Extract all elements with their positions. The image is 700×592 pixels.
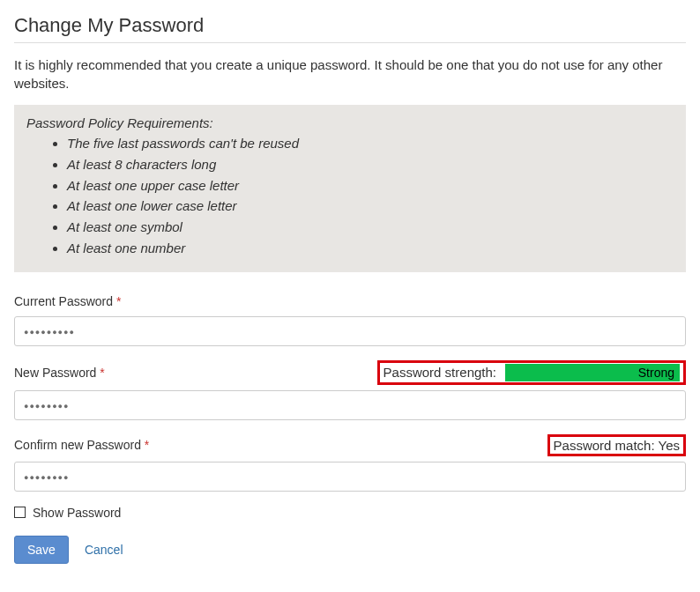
- confirm-password-label-text: Confirm new Password: [14, 438, 141, 452]
- password-match-text: Password match: Yes: [554, 438, 680, 453]
- cancel-link[interactable]: Cancel: [85, 543, 123, 557]
- policy-item: At least one lower case letter: [67, 196, 674, 216]
- policy-item: At least 8 characters long: [67, 155, 674, 174]
- show-password-label[interactable]: Show Password: [33, 506, 121, 520]
- new-password-group: New Password * Password strength: Strong…: [14, 360, 686, 420]
- current-password-label-text: Current Password: [14, 294, 113, 308]
- show-password-checkbox[interactable]: [14, 507, 26, 518]
- password-strength-value: Strong: [638, 366, 674, 380]
- save-button[interactable]: Save: [14, 536, 69, 564]
- new-password-label: New Password *: [14, 366, 105, 380]
- password-strength-callout: Password strength: Strong: [377, 360, 686, 385]
- password-strength-label: Password strength:: [384, 365, 496, 380]
- current-password-group: Current Password * ●●●●●●●●●: [14, 292, 686, 346]
- policy-item: At least one number: [67, 239, 674, 258]
- new-password-label-text: New Password: [14, 366, 96, 380]
- policy-heading: Password Policy Requirements:: [26, 115, 674, 130]
- policy-item: At least one upper case letter: [67, 176, 674, 196]
- confirm-password-label: Confirm new Password *: [14, 438, 149, 452]
- button-row: Save Cancel: [14, 536, 686, 564]
- current-password-label: Current Password *: [14, 294, 121, 308]
- policy-item: The five last passwords can't be reused: [67, 134, 674, 153]
- confirm-password-input[interactable]: ●●●●●●●●: [14, 462, 686, 492]
- confirm-password-group: Confirm new Password * Password match: Y…: [14, 434, 686, 492]
- required-mark: *: [145, 438, 149, 452]
- new-password-input[interactable]: ●●●●●●●●: [14, 390, 686, 420]
- password-strength-meter: Strong: [505, 364, 680, 381]
- intro-text: It is highly recommended that you create…: [14, 56, 686, 92]
- show-password-row: Show Password: [14, 506, 686, 520]
- required-mark: *: [116, 294, 121, 308]
- required-mark: *: [100, 366, 104, 380]
- policy-item: At least one symbol: [67, 218, 674, 237]
- page-title: Change My Password: [14, 14, 686, 37]
- current-password-input[interactable]: ●●●●●●●●●: [14, 316, 686, 346]
- policy-box: Password Policy Requirements: The five l…: [14, 105, 686, 272]
- policy-list: The five last passwords can't be reused …: [26, 134, 674, 258]
- title-divider: [14, 42, 686, 43]
- password-match-callout: Password match: Yes: [547, 434, 686, 456]
